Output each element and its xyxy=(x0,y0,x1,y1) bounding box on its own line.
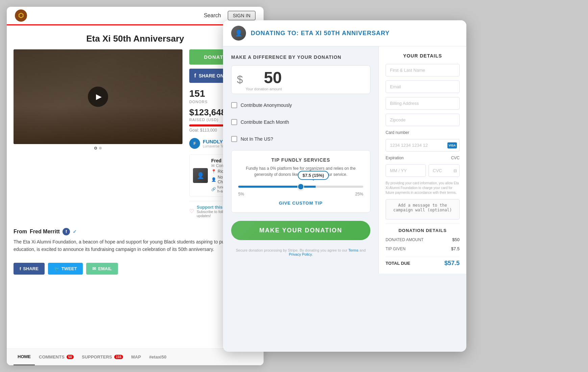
not-us-row[interactable]: Not In The US? xyxy=(231,133,370,145)
monthly-checkbox[interactable] xyxy=(231,119,237,125)
email-input[interactable] xyxy=(386,80,460,93)
category-icon: 👤 xyxy=(211,177,216,182)
card-brand-icon: VISA xyxy=(447,142,457,148)
tip-slider[interactable] xyxy=(238,186,363,188)
anonymous-label: Contribute Anonymously xyxy=(241,102,292,108)
video-dots xyxy=(14,147,182,149)
anonymous-checkbox[interactable] xyxy=(231,102,237,108)
donation-left: MAKE A DIFFERENCE BY YOUR DONATION $ 50 … xyxy=(223,46,378,274)
author-name: Fred Merritt xyxy=(30,229,60,235)
location-icon: 📍 xyxy=(211,169,216,174)
email-share-button[interactable]: ✉ EMAIL xyxy=(86,263,118,275)
tab-hashtag[interactable]: #etaxi50 xyxy=(145,349,170,365)
comments-badge: 50 xyxy=(67,355,74,359)
tab-home[interactable]: HOME xyxy=(14,349,35,365)
terms-link[interactable]: Terms xyxy=(348,248,359,252)
video-dot-2[interactable] xyxy=(99,147,102,149)
donation-details-title: DONATION DETAILS xyxy=(386,224,460,233)
total-row: TOTAL DUE $57.5 xyxy=(386,257,460,267)
not-us-checkbox[interactable] xyxy=(231,136,237,142)
tweet-button[interactable]: 🐦 TWEET xyxy=(48,263,83,275)
cvc-label-text: CVC xyxy=(451,156,460,160)
tip-given-label: TIP GIVEN xyxy=(386,247,406,251)
donation-amount-label: Your donation amount xyxy=(246,87,282,91)
donation-header: 👤 DONATING TO: ETA XI 50TH ANNIVERSARY xyxy=(223,20,466,46)
video-dot-1[interactable] xyxy=(94,147,97,149)
slider-max-label: 25% xyxy=(355,192,363,196)
slider-labels: 5% 25% xyxy=(238,192,363,196)
video-section xyxy=(14,49,182,221)
from-author: From Fred Merritt f ✓ xyxy=(14,228,257,235)
your-details-title: YOUR DETAILS xyxy=(386,53,460,59)
fundly-icon: F xyxy=(189,138,200,149)
facebook-icon: f xyxy=(194,73,196,79)
donor-avatar: 👤 xyxy=(231,26,246,41)
tab-supporters[interactable]: SUPPORTERS 155 xyxy=(78,349,127,365)
goal-label: Goal: $113,000 xyxy=(189,128,217,133)
slider-min-label: 5% xyxy=(238,192,244,196)
tip-slider-wrap: $7.5 (15%) xyxy=(238,183,363,189)
supporters-badge: 155 xyxy=(114,355,123,359)
monthly-label: Contribute Each Month xyxy=(241,119,289,125)
anonymous-row[interactable]: Contribute Anonymously xyxy=(231,99,370,111)
tip-given-value: $7.5 xyxy=(451,246,460,251)
tip-row: TIP GIVEN $7.5 xyxy=(386,246,460,251)
not-us-label: Not In The US? xyxy=(241,136,273,142)
heart-icon: ♡ xyxy=(189,208,194,214)
expiry-label-text: Expiration xyxy=(386,156,403,160)
slider-tooltip: $7.5 (15%) xyxy=(298,171,329,180)
author-facebook-icon: f xyxy=(63,228,70,235)
privacy-link[interactable]: Privacy Policy. xyxy=(289,252,313,256)
message-textarea[interactable] xyxy=(386,199,460,219)
donation-columns: MAKE A DIFFERENCE BY YOUR DONATION $ 50 … xyxy=(223,46,466,274)
author-verified-icon: ✓ xyxy=(73,229,77,234)
total-label: TOTAL DUE xyxy=(386,261,410,266)
zip-input[interactable] xyxy=(386,114,460,126)
video-thumbnail[interactable] xyxy=(14,49,182,144)
total-value: $57.5 xyxy=(444,260,460,267)
donation-modal: 👤 DONATING TO: ETA XI 50TH ANNIVERSARY M… xyxy=(223,20,466,352)
card-number-wrap: VISA xyxy=(386,139,460,152)
make-difference-title: MAKE A DIFFERENCE BY YOUR DONATION xyxy=(231,54,370,60)
card-number-label: Card number xyxy=(386,130,460,135)
cvc-icon: ⊟ xyxy=(454,168,457,173)
email-icon: ✉ xyxy=(92,266,96,271)
share-button[interactable]: f SHARE xyxy=(14,263,45,275)
mail-icon: ✉ xyxy=(211,163,215,168)
dollar-sign: $ xyxy=(237,73,243,86)
search-link[interactable]: Search xyxy=(204,13,221,19)
tab-map[interactable]: MAP xyxy=(127,349,145,365)
billing-input[interactable] xyxy=(386,97,460,110)
secure-text: Secure donation processing by Stripe. By… xyxy=(231,248,370,256)
tip-section: TIP FUNDLY SERVICES Fundly has a 0% plat… xyxy=(231,150,370,213)
expiry-input[interactable] xyxy=(386,164,426,177)
expiry-cvc-row: ⊟ xyxy=(386,164,460,177)
campaign-tabs: HOME COMMENTS 50 SUPPORTERS 155 MAP #eta… xyxy=(7,348,264,365)
campaign-description-text: The Eta Xi Alumni Foundation, a beacon o… xyxy=(14,238,257,253)
donation-right: YOUR DETAILS Card number VISA Expiration… xyxy=(378,46,466,274)
site-logo: ⬡ xyxy=(15,9,27,22)
name-input[interactable] xyxy=(386,64,460,76)
organizer-avatar: 👤 xyxy=(193,168,208,183)
monthly-row[interactable]: Contribute Each Month xyxy=(231,116,370,128)
tab-comments[interactable]: COMMENTS 50 xyxy=(35,349,78,365)
play-button[interactable] xyxy=(88,87,108,107)
donation-title: DONATING TO: ETA XI 50TH ANNIVERSARY xyxy=(251,30,390,37)
link-icon: 🔗 xyxy=(211,187,216,191)
make-donation-button[interactable]: MAKE YOUR DONATION xyxy=(231,221,370,240)
facebook-share-icon: f xyxy=(20,266,21,271)
amount-box: $ 50 Your donation amount xyxy=(231,65,370,94)
signin-button[interactable]: SIGN IN xyxy=(228,11,255,20)
twitter-icon: 🐦 xyxy=(54,266,59,271)
give-custom-tip-link[interactable]: GIVE CUSTOM TIP xyxy=(238,201,363,206)
donated-label: DONATED AMOUNT xyxy=(386,237,423,242)
donated-value: $50 xyxy=(452,237,460,242)
cvc-wrap: ⊟ xyxy=(428,164,460,177)
expiry-label: Expiration CVC xyxy=(386,156,460,160)
card-notice: By providing your card information, you … xyxy=(386,181,460,195)
tip-title: TIP FUNDLY SERVICES xyxy=(238,157,363,163)
donated-amount-row: DONATED AMOUNT $50 xyxy=(386,237,460,242)
donation-amount[interactable]: 50 xyxy=(246,68,282,87)
